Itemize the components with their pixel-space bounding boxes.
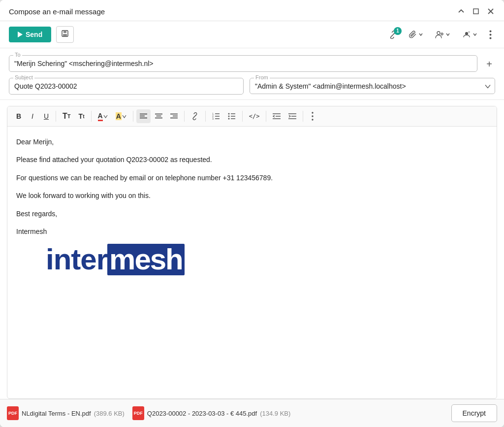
editor-more-button[interactable] bbox=[306, 109, 319, 123]
subject-from-row: Subject From "Admin & System" <admin@int… bbox=[9, 78, 495, 95]
encrypt-button[interactable]: Encrypt bbox=[451, 404, 497, 422]
pdf-icon-2: PDF bbox=[132, 406, 144, 420]
email-editor: B I U TT Tt A A bbox=[7, 106, 497, 399]
svg-point-32 bbox=[228, 118, 229, 120]
svg-point-8 bbox=[490, 30, 492, 32]
subject-label: Subject bbox=[13, 74, 34, 80]
to-label: To bbox=[13, 52, 22, 58]
logo-blue-box: mesh bbox=[107, 244, 185, 275]
minimize-button[interactable] bbox=[457, 7, 466, 16]
logo-area: intermesh bbox=[16, 244, 488, 275]
align-right-button[interactable] bbox=[167, 109, 181, 123]
underline-button[interactable]: U bbox=[40, 109, 53, 123]
bold-button[interactable]: B bbox=[12, 109, 25, 123]
send-label: Send bbox=[26, 31, 42, 38]
body-line-3: We look forward to working with you on t… bbox=[16, 190, 488, 201]
body-company: Intermesh bbox=[16, 226, 488, 237]
svg-point-31 bbox=[228, 116, 229, 117]
attachment-1: PDF NLdigital Terms - EN.pdf (389.6 KB) bbox=[7, 406, 125, 420]
title-bar-controls bbox=[457, 7, 495, 16]
attach-button[interactable] bbox=[406, 28, 427, 41]
font-size-small-button[interactable]: Tt bbox=[75, 109, 88, 123]
email-body[interactable]: Dear Merijn, Please find attached your q… bbox=[7, 127, 497, 398]
send-button[interactable]: Send bbox=[9, 27, 51, 42]
options-button[interactable] bbox=[459, 28, 481, 41]
from-label: From bbox=[254, 74, 270, 80]
logo-text-before: inter bbox=[46, 245, 107, 274]
maximize-button[interactable] bbox=[472, 7, 480, 16]
svg-point-9 bbox=[490, 33, 492, 35]
more-button[interactable] bbox=[486, 28, 495, 42]
save-icon bbox=[61, 30, 69, 37]
subject-input[interactable] bbox=[14, 80, 238, 90]
attachment-2-size: (134.9 KB) bbox=[260, 410, 290, 417]
unordered-list-button[interactable] bbox=[224, 109, 239, 123]
attachment-1-size: (389.6 KB) bbox=[94, 410, 125, 417]
svg-rect-5 bbox=[63, 34, 67, 36]
editor-toolbar: B I U TT Tt A A bbox=[7, 106, 497, 127]
svg-point-41 bbox=[312, 119, 314, 120]
body-regards: Best regards, bbox=[16, 208, 488, 219]
send-icon bbox=[18, 32, 23, 37]
attachment-2-name: Q2023-00002 - 2023-03-03 - € 445.pdf bbox=[147, 410, 257, 417]
from-field-group: From "Admin & System" <admin@intermesh.l… bbox=[250, 78, 495, 94]
contacts-icon bbox=[435, 31, 444, 38]
ordered-list-button[interactable]: 1.2.3. bbox=[209, 109, 223, 123]
body-line-1: Please find attached your quotation Q202… bbox=[16, 154, 488, 165]
fields-area: To + Subject From "Admin & System" <admi… bbox=[0, 48, 504, 100]
svg-rect-4 bbox=[63, 31, 66, 33]
font-color-button[interactable]: A bbox=[94, 109, 111, 123]
pdf-icon-1: PDF bbox=[7, 406, 19, 420]
italic-button[interactable]: I bbox=[26, 109, 39, 123]
subject-field-group: Subject bbox=[9, 78, 244, 95]
contacts-button[interactable] bbox=[432, 28, 454, 41]
toolbar-sep-8 bbox=[303, 111, 303, 122]
attach-dropdown-icon bbox=[418, 32, 423, 37]
svg-point-10 bbox=[490, 37, 492, 39]
svg-line-6 bbox=[392, 33, 394, 35]
more-icon bbox=[489, 30, 492, 39]
indent-increase-button[interactable] bbox=[285, 109, 300, 123]
body-line-2: For questions we can be reached by email… bbox=[16, 172, 488, 183]
align-center-button[interactable] bbox=[152, 109, 166, 123]
link-badge: 1 bbox=[394, 27, 402, 35]
svg-text:3.: 3. bbox=[212, 117, 214, 120]
add-recipient-button[interactable]: + bbox=[483, 55, 495, 73]
toolbar-sep-1 bbox=[56, 111, 56, 122]
to-field-group: To bbox=[9, 55, 477, 72]
code-button[interactable]: </> bbox=[246, 109, 263, 123]
toolbar-sep-7 bbox=[266, 111, 266, 122]
from-dropdown-icon[interactable] bbox=[485, 82, 491, 90]
to-input[interactable] bbox=[14, 58, 472, 67]
link-editor-button[interactable] bbox=[188, 109, 202, 123]
compose-window: Compose an e-mail message Send bbox=[0, 0, 504, 427]
toolbar-sep-4 bbox=[184, 111, 185, 122]
attachment-2: PDF Q2023-00002 - 2023-03-03 - € 445.pdf… bbox=[132, 406, 291, 420]
attachments-list: PDF NLdigital Terms - EN.pdf (389.6 KB) … bbox=[7, 406, 290, 420]
toolbar-sep-5 bbox=[205, 111, 206, 122]
close-button[interactable] bbox=[486, 7, 495, 16]
link-button[interactable]: 1 bbox=[385, 28, 401, 41]
font-size-large-button[interactable]: TT bbox=[59, 109, 74, 123]
contacts-dropdown-icon bbox=[445, 32, 450, 37]
save-button[interactable] bbox=[56, 26, 74, 43]
toolbar-sep-3 bbox=[133, 111, 133, 122]
from-value: "Admin & System" <admin@intermesh.localh… bbox=[255, 80, 479, 90]
window-title: Compose an e-mail message bbox=[9, 7, 105, 16]
company-logo: intermesh bbox=[46, 244, 185, 275]
toolbar-sep-6 bbox=[242, 111, 243, 122]
svg-point-7 bbox=[437, 32, 440, 34]
svg-line-20 bbox=[194, 115, 196, 117]
options-icon bbox=[462, 31, 471, 38]
toolbar-sep-2 bbox=[91, 111, 92, 122]
compose-toolbar: Send 1 bbox=[0, 21, 504, 48]
highlight-button[interactable]: A bbox=[112, 109, 130, 123]
svg-point-40 bbox=[312, 115, 314, 117]
svg-rect-0 bbox=[473, 9, 478, 14]
svg-point-39 bbox=[312, 112, 314, 113]
attachments-bar: PDF NLdigital Terms - EN.pdf (389.6 KB) … bbox=[0, 399, 504, 427]
svg-point-30 bbox=[228, 113, 229, 115]
attachment-1-name: NLdigital Terms - EN.pdf bbox=[22, 410, 91, 417]
align-left-button[interactable] bbox=[136, 109, 151, 123]
indent-decrease-button[interactable] bbox=[269, 109, 284, 123]
